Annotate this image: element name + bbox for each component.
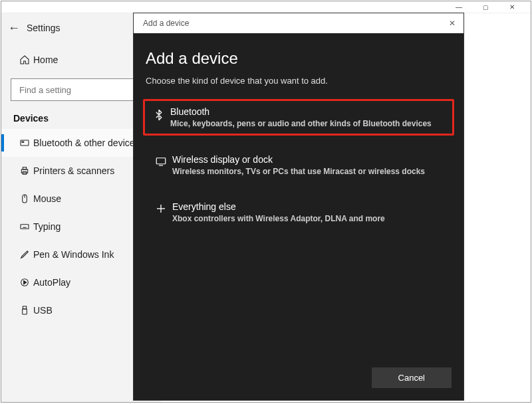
search-input[interactable] — [18, 84, 144, 96]
sidebar-item-label: Printers & scanners — [33, 165, 114, 176]
keyboard-icon — [16, 221, 33, 232]
home-icon — [16, 54, 33, 65]
minimize-button[interactable]: — — [446, 3, 472, 11]
device-option-wireless-display[interactable]: Wireless display or dock Wireless monito… — [146, 148, 452, 183]
close-dialog-button[interactable]: ✕ — [449, 19, 456, 28]
close-window-button[interactable]: ✕ — [499, 3, 525, 11]
svg-rect-7 — [21, 225, 29, 229]
svg-rect-3 — [23, 167, 26, 169]
window-title: Settings — [27, 23, 61, 33]
dialog-heading: Add a device — [146, 49, 452, 68]
sidebar-item-label: Bluetooth & other devices — [33, 138, 140, 148]
home-label: Home — [33, 54, 58, 65]
cancel-button[interactable]: Cancel — [372, 367, 452, 388]
option-description: Mice, keyboards, pens or audio and other… — [170, 119, 450, 128]
sidebar-item-label: USB — [33, 305, 53, 316]
printer-icon — [16, 165, 33, 176]
dialog-subtext: Choose the kind of device that you want … — [146, 76, 452, 86]
dialog-body: Add a device Choose the kind of device t… — [134, 33, 464, 358]
device-option-bluetooth[interactable]: Bluetooth Mice, keyboards, pens or audio… — [143, 99, 454, 136]
svg-rect-16 — [23, 306, 26, 309]
add-device-dialog: Add a device ✕ Add a device Choose the k… — [133, 13, 464, 401]
svg-rect-17 — [23, 309, 27, 314]
bluetooth-icon — [148, 106, 170, 122]
svg-rect-2 — [21, 169, 27, 173]
option-description: Wireless monitors, TVs or PCs that use M… — [172, 167, 448, 176]
option-title: Bluetooth — [170, 106, 450, 117]
display-icon — [150, 154, 172, 167]
window-titlebar: — ▢ ✕ — [1, 1, 531, 13]
pen-icon — [16, 249, 33, 260]
bluetooth-devices-icon — [16, 138, 33, 148]
sidebar-item-label: Typing — [33, 221, 61, 232]
dialog-footer: Cancel — [134, 358, 464, 400]
plus-icon — [150, 201, 172, 215]
sidebar-item-label: AutoPlay — [33, 277, 70, 288]
svg-marker-15 — [24, 280, 27, 284]
back-arrow-icon[interactable]: ← — [8, 21, 27, 35]
usb-icon — [16, 305, 33, 316]
sidebar-item-label: Mouse — [33, 193, 61, 204]
option-description: Xbox controllers with Wireless Adaptor, … — [172, 214, 448, 223]
dialog-title: Add a device — [143, 19, 189, 28]
option-title: Wireless display or dock — [172, 154, 448, 165]
svg-rect-0 — [21, 140, 29, 146]
option-title: Everything else — [172, 201, 448, 212]
sidebar-item-label: Pen & Windows Ink — [33, 249, 114, 260]
device-option-everything-else[interactable]: Everything else Xbox controllers with Wi… — [146, 195, 452, 230]
dialog-titlebar: Add a device ✕ — [134, 13, 464, 33]
svg-rect-1 — [22, 142, 24, 142]
search-box[interactable] — [11, 78, 152, 101]
maximize-button[interactable]: ▢ — [472, 4, 499, 11]
autoplay-icon — [16, 277, 33, 288]
mouse-icon — [16, 193, 33, 204]
svg-rect-18 — [156, 158, 166, 164]
